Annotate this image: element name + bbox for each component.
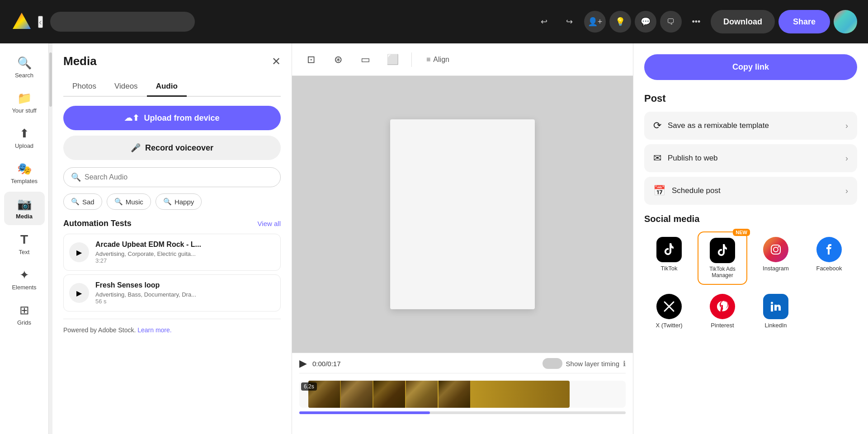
sidebar-item-search[interactable]: 🔍 Search [4,51,45,84]
tiktok-icon [656,237,682,262]
more-button[interactable]: ••• [685,11,707,33]
comment-button[interactable]: 💬 [635,11,656,33]
tag-music[interactable]: 🔍 Music [107,193,151,210]
clip-duration-badge: 6.2s [301,382,317,391]
svg-rect-4 [771,305,773,311]
social-grid: TikTok NEW TikTok Ads Manager [644,231,857,334]
panel-header: Media ✕ [63,54,281,68]
chevron-right-icon: › [845,121,848,131]
chat-button[interactable]: 🗨 [660,11,682,33]
tab-audio[interactable]: Audio [147,77,187,97]
clip-frame-2 [341,381,373,408]
copy-link-button[interactable]: Copy link [644,54,857,80]
upload-from-device-button[interactable]: ☁⬆ Upload from device [63,106,281,130]
audio-info-1: Arcade Upbeat EDM Rock - L... Advertisin… [95,241,275,264]
shape-tool[interactable]: ▭ [355,50,375,70]
right-panel: Copy link Post ⟳ Save as a remixable tem… [633,43,868,434]
option-remixable[interactable]: ⟳ Save as a remixable template › [644,112,857,140]
option-schedule-post[interactable]: 📅 Schedule post › [644,177,857,205]
audio-meta-1: Advertising, Corporate, Electric guita..… [95,250,275,257]
app-logo[interactable] [11,11,33,33]
social-item-pinterest[interactable]: Pinterest [698,288,747,334]
search-icon: 🔍 [17,56,32,70]
back-button[interactable]: ‹ [38,16,43,28]
sidebar-item-templates[interactable]: 🎭 Templates [4,156,45,190]
media-icon: 📷 [17,197,32,211]
tag-happy[interactable]: 🔍 Happy [156,193,202,210]
social-item-tiktok[interactable]: TikTok [644,231,694,285]
right-panel-inner: Copy link Post ⟳ Save as a remixable tem… [633,43,868,345]
social-item-linkedin[interactable]: LinkedIn [751,288,801,334]
record-voiceover-button[interactable]: 🎤 Record voiceover [63,136,281,160]
timeline-content: 6.2s [299,373,626,418]
elements-icon: ✦ [19,268,29,282]
audio-item-1[interactable]: ▶ Arcade Upbeat EDM Rock - L... Advertis… [63,234,281,271]
schedule-label: Schedule post [672,186,721,195]
left-sidebar: 🔍 Search 📁 Your stuff ⬆ Upload 🎭 Templat… [0,43,49,434]
section-title: Automation Tests [63,219,132,228]
play-button-1[interactable]: ▶ [69,242,89,262]
social-item-tiktok-ads[interactable]: NEW TikTok Ads Manager [698,231,747,285]
audio-search-bar: 🔍 [63,167,281,187]
canvas-content[interactable] [292,76,633,353]
pinterest-label: Pinterest [711,322,734,329]
clip-frame-3 [373,381,405,408]
social-item-twitter[interactable]: X (Twitter) [644,288,694,334]
section-header: Automation Tests View all [63,219,281,228]
sidebar-item-grids[interactable]: ⊞ Grids [4,298,45,331]
align-icon: ≡ [426,56,430,64]
option-publish-web[interactable]: ✉ Publish to web › [644,144,857,172]
templates-icon: 🎭 [17,162,32,176]
timeline-play-button[interactable]: ▶ [299,358,307,369]
tag-sad[interactable]: 🔍 Sad [63,193,102,210]
timeline-area: ▶ 0:00/0:17 Show layer timing ℹ [292,353,633,434]
audio-search-input[interactable] [85,173,273,181]
learn-more-link[interactable]: Learn more. [137,326,171,334]
sidebar-item-your-stuff[interactable]: 📁 Your stuff [4,86,45,119]
share-button[interactable]: Share [778,10,830,33]
idea-button[interactable]: 💡 [609,11,631,33]
sidebar-item-elements[interactable]: ✦ Elements [4,263,45,296]
audio-duration-1: 3:27 [95,257,275,264]
close-panel-button[interactable]: ✕ [272,55,281,68]
sidebar-label-media: Media [16,213,33,220]
sidebar-item-text[interactable]: T Text [4,227,45,261]
remix-label: Save as a remixable template [668,121,769,130]
social-item-instagram[interactable]: Instagram [751,231,801,285]
title-input[interactable] [50,12,195,32]
logo-area: ‹ [11,11,43,33]
media-panel: Media ✕ Photos Videos Audio ☁⬆ Upload fr… [52,43,292,434]
tag-search-icon: 🔍 [71,198,80,206]
linkedin-icon [763,294,788,319]
grids-icon: ⊞ [19,303,29,317]
svg-point-5 [771,302,773,304]
undo-button[interactable]: ↩ [533,11,555,33]
align-button[interactable]: ≡ Align [421,52,455,67]
download-button[interactable]: Download [711,10,775,33]
play-button-2[interactable]: ▶ [69,283,89,303]
upload-icon: ⬆ [19,127,29,141]
text-icon: T [20,232,28,247]
panel-scroll[interactable] [49,43,52,434]
layer-timing-toggle[interactable] [542,358,562,369]
frame-tool[interactable]: ⬜ [382,50,402,70]
add-user-button[interactable]: 👤+ [584,11,606,33]
select-tool[interactable]: ⊡ [301,50,321,70]
upload-icon: ☁⬆ [124,113,139,123]
social-item-facebook[interactable]: Facebook [804,231,854,285]
tab-videos[interactable]: Videos [105,77,147,97]
tab-photos[interactable]: Photos [63,77,105,97]
audio-item-2[interactable]: ▶ Fresh Senses loop Advertising, Bass, D… [63,274,281,311]
redo-button[interactable]: ↪ [559,11,580,33]
timeline-scrubber[interactable] [299,411,626,414]
clip-frame-4 [406,381,438,408]
timeline-track[interactable]: 6.2s [299,381,626,408]
crop-tool[interactable]: ⊛ [328,50,348,70]
view-all-link[interactable]: View all [258,220,281,227]
audio-duration-2: 56 s [95,298,275,305]
sidebar-item-media[interactable]: 📷 Media [4,192,45,225]
audio-title-2: Fresh Senses loop [95,281,275,289]
sidebar-item-upload[interactable]: ⬆ Upload [4,121,45,155]
tiktok-label: TikTok [660,265,677,272]
user-avatar[interactable] [834,10,857,33]
